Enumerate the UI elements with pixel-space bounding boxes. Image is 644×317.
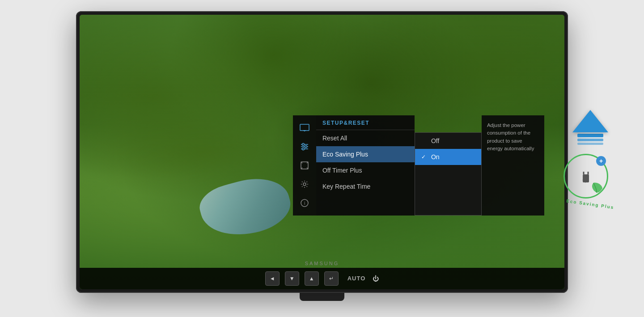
svg-point-10 <box>303 183 306 186</box>
sidebar: i <box>293 115 316 216</box>
right-elements: + Eco Saving Plus <box>564 110 617 207</box>
nav-up-button[interactable]: ▲ <box>305 271 319 286</box>
tv-stand <box>300 293 344 301</box>
sidebar-icon-resize[interactable] <box>295 156 314 174</box>
info-panel: Adjust the power consumption of the prod… <box>482 115 544 216</box>
menu-header: SETUP&RESET <box>316 115 415 130</box>
dropdown-menu: Off ✓ On <box>415 132 482 216</box>
plus-icon-badge: + <box>596 156 606 166</box>
svg-text:i: i <box>304 201 305 206</box>
tv-container: SAMSUNG <box>67 11 577 306</box>
tv-screen: SAMSUNG <box>80 15 564 289</box>
arrow-bars <box>577 134 603 145</box>
sidebar-icon-info[interactable]: i <box>295 194 314 212</box>
blue-arrow-indicator <box>572 110 608 145</box>
leaf-icon <box>590 181 603 194</box>
auto-button[interactable]: AUTO <box>347 275 366 282</box>
svg-point-8 <box>302 148 304 150</box>
dropdown-item-on[interactable]: ✓ On <box>415 149 481 165</box>
menu-item-off-timer-plus[interactable]: Off Timer Plus <box>316 162 415 178</box>
arrow-bar-2 <box>577 139 603 141</box>
svg-point-7 <box>305 146 307 148</box>
nav-down-button[interactable]: ▼ <box>285 271 299 286</box>
sidebar-icon-settings[interactable] <box>295 138 314 156</box>
samsung-logo: SAMSUNG <box>305 261 339 266</box>
check-on: ✓ <box>421 154 428 160</box>
dropdown-item-off[interactable]: Off <box>415 133 481 149</box>
menu-panel: SETUP&RESET Reset All Eco Saving Plus Of… <box>316 115 415 216</box>
sidebar-icon-display[interactable] <box>295 119 314 137</box>
arrow-bar-3 <box>577 143 603 145</box>
menu-item-eco-saving-plus[interactable]: Eco Saving Plus <box>316 146 415 162</box>
arrow-bar-1 <box>577 134 603 137</box>
svg-rect-13 <box>583 174 589 182</box>
power-button[interactable]: ⏻ <box>373 275 379 282</box>
eco-saving-plus-badge: + Eco Saving Plus <box>564 154 617 207</box>
tv-frame: SAMSUNG <box>76 11 568 293</box>
osd-menu: i SETUP&RESET Reset All Eco Saving Plus … <box>293 115 544 216</box>
bottom-nav-bar: ◄ ▼ ▲ ↵ AUTO ⏻ <box>80 268 564 289</box>
nav-prev-button[interactable]: ◄ <box>265 271 280 286</box>
nav-enter-button[interactable]: ↵ <box>324 271 339 286</box>
sidebar-icon-gear[interactable] <box>295 175 314 193</box>
svg-rect-0 <box>300 124 309 131</box>
menu-item-key-repeat-time[interactable]: Key Repeat Time <box>316 178 415 194</box>
eco-icon-circle: + <box>564 154 608 199</box>
svg-point-6 <box>302 144 304 146</box>
arrow-up-shape <box>572 110 608 132</box>
menu-item-reset-all[interactable]: Reset All <box>316 130 415 146</box>
